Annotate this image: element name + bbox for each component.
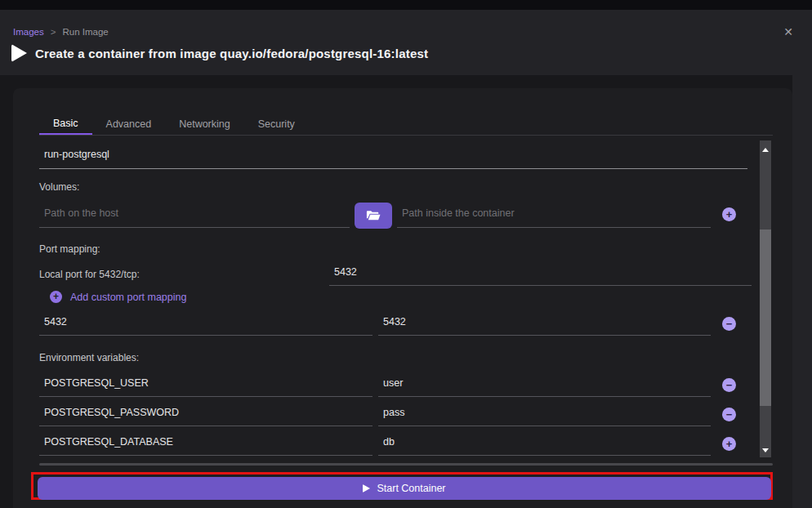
remove-env-var-button-1[interactable]: − xyxy=(722,408,736,421)
volume-container-path-input[interactable] xyxy=(397,203,711,228)
env-var-row: − xyxy=(39,374,773,397)
tab-bar: Basic Advanced Networking Security xyxy=(39,113,309,136)
add-custom-port-mapping-link[interactable]: + Add custom port mapping xyxy=(50,291,186,303)
play-icon xyxy=(11,44,27,62)
window-top-strip xyxy=(0,0,812,10)
tab-bar-divider xyxy=(39,135,773,136)
tab-basic[interactable]: Basic xyxy=(39,113,92,136)
env-value-input-0[interactable] xyxy=(378,374,711,397)
env-name-input-0[interactable] xyxy=(39,374,373,397)
scrollbar-down-arrow-icon[interactable] xyxy=(760,444,771,456)
remove-port-mapping-button[interactable]: − xyxy=(722,317,736,331)
env-name-input-1[interactable] xyxy=(39,403,373,426)
local-port-input[interactable] xyxy=(329,263,752,286)
page-header: Images > Run Image ✕ Create a container … xyxy=(0,10,812,75)
volume-host-path-input[interactable] xyxy=(39,203,350,228)
start-container-button[interactable]: Start Container xyxy=(38,477,771,500)
env-name-input-2[interactable] xyxy=(39,433,373,456)
add-env-var-button[interactable]: + xyxy=(722,437,736,451)
basic-form-scroll-area: Volumes: + Port mapping: Local port for xyxy=(39,136,773,457)
scrollbar-thumb[interactable] xyxy=(760,229,771,406)
highlight-rectangle: Start Container xyxy=(31,472,773,500)
form-scrollbar[interactable] xyxy=(760,140,771,457)
port-mapping-label: Port mapping: xyxy=(39,243,100,255)
scrollbar-up-arrow-icon[interactable] xyxy=(760,144,771,155)
folder-icon xyxy=(366,210,381,221)
volume-row: + xyxy=(39,203,773,228)
breadcrumb-images-link[interactable]: Images xyxy=(13,27,44,37)
run-image-page: Images > Run Image ✕ Create a container … xyxy=(0,0,812,508)
tab-security[interactable]: Security xyxy=(244,113,309,136)
breadcrumb-separator: > xyxy=(51,27,56,37)
container-name-input[interactable] xyxy=(39,145,747,169)
env-value-input-2[interactable] xyxy=(378,433,711,456)
add-custom-port-mapping-label: Add custom port mapping xyxy=(70,292,186,303)
browse-folder-button[interactable] xyxy=(355,203,392,229)
env-value-input-1[interactable] xyxy=(378,403,711,426)
plus-circle-icon: + xyxy=(50,291,62,303)
title-row: Create a container from image quay.io/fe… xyxy=(11,44,428,62)
local-port-row: Local port for 5432/tcp: xyxy=(39,263,773,286)
remove-env-var-button-0[interactable]: − xyxy=(722,378,736,392)
volumes-label: Volumes: xyxy=(39,181,79,193)
custom-port-container-input[interactable] xyxy=(378,313,711,336)
custom-port-row: − xyxy=(39,313,773,336)
run-image-card: Basic Advanced Networking Security Volum… xyxy=(13,88,792,508)
add-volume-button[interactable]: + xyxy=(722,207,736,221)
breadcrumb: Images > Run Image xyxy=(13,27,109,37)
start-container-label: Start Container xyxy=(377,483,445,494)
tab-networking[interactable]: Networking xyxy=(165,113,244,136)
environment-variables-label: Environment variables: xyxy=(39,352,139,363)
page-title: Create a container from image quay.io/fe… xyxy=(35,47,428,60)
footer-divider xyxy=(39,463,773,466)
play-icon-small xyxy=(363,484,370,492)
custom-port-host-input[interactable] xyxy=(39,313,373,336)
env-var-row: − xyxy=(39,403,773,426)
env-var-row: + xyxy=(39,433,773,456)
tab-advanced[interactable]: Advanced xyxy=(92,113,166,136)
local-port-label: Local port for 5432/tcp: xyxy=(39,269,140,280)
page-scrollbar-gutter[interactable] xyxy=(792,75,812,508)
close-icon[interactable]: ✕ xyxy=(780,24,796,40)
breadcrumb-current: Run Image xyxy=(62,27,108,37)
